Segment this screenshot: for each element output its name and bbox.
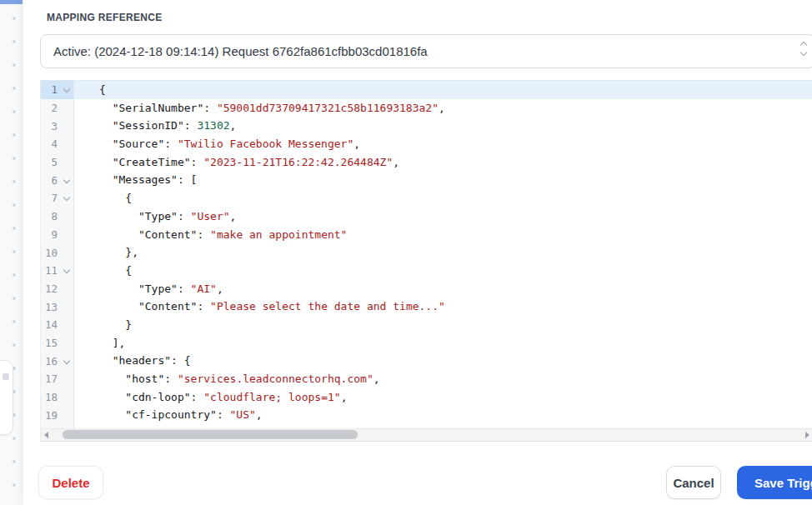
code-line-text: "cdn-loop": "cloudflare; loops=1", <box>74 388 812 407</box>
canvas-node-card[interactable] <box>0 360 13 435</box>
code-lines: 1{2 "SerialNumber": "59001dd73709417321c… <box>41 81 812 431</box>
code-line[interactable]: 8 "Type": "User", <box>41 208 812 226</box>
code-line[interactable]: 5 "CreateTime": "2023-11-21T16:22:42.264… <box>41 153 812 172</box>
gutter-cell: 4 <box>41 135 74 153</box>
code-line[interactable]: 15 ], <box>41 334 812 352</box>
gutter-cell: 9 <box>41 226 74 244</box>
code-line[interactable]: 1{ <box>41 81 812 99</box>
code-line[interactable]: 14 } <box>41 316 812 334</box>
code-line-text: "Source": "Twilio Facebook Messenger", <box>74 135 812 153</box>
code-line-text: } <box>74 316 812 334</box>
fold-arrow-icon[interactable] <box>63 267 69 273</box>
code-line[interactable]: 16 "headers": { <box>41 352 812 370</box>
line-number: 8 <box>41 210 58 222</box>
node-icon <box>3 373 9 380</box>
gutter-cell: 14 <box>41 316 74 334</box>
gutter-cell: 11 <box>41 262 74 280</box>
select-chevron-icon <box>799 42 808 55</box>
code-line[interactable]: 11 { <box>41 262 812 280</box>
h-scrollbar-thumb[interactable] <box>63 430 358 439</box>
gutter-cell: 3 <box>41 117 74 135</box>
gutter-cell: 15 <box>41 334 74 352</box>
gutter-cell: 5 <box>41 153 74 172</box>
code-line[interactable]: 2 "SerialNumber": "59001dd73709417321c58… <box>41 99 812 118</box>
fold-arrow-icon[interactable] <box>63 86 69 92</box>
line-number: 11 <box>41 264 58 277</box>
horizontal-scrollbar[interactable] <box>41 428 812 441</box>
code-line[interactable]: 6 "Messages": [ <box>41 171 812 189</box>
gutter-cell: 7 <box>41 189 74 208</box>
code-line-text: "host": "services.leadconnectorhq.com", <box>74 370 812 388</box>
code-line-text: "Content": "Please select the date and t… <box>74 298 812 316</box>
gutter-cell: 12 <box>41 280 74 298</box>
line-number: 1 <box>41 83 58 96</box>
code-line-text: "cf-ipcountry": "US", <box>74 406 812 424</box>
code-line[interactable]: 7 { <box>41 189 812 208</box>
cancel-button[interactable]: Cancel <box>666 466 721 499</box>
code-line-text: { <box>74 262 812 280</box>
code-line[interactable]: 3 "SessionID": 31302, <box>41 117 812 135</box>
line-number: 4 <box>41 138 58 150</box>
gutter-cell: 16 <box>41 352 74 370</box>
request-select-value: Active: (2024-12-18 09:14:14) Request 67… <box>53 44 428 58</box>
code-line-text: "Type": "User", <box>74 208 812 226</box>
gutter-cell: 1 <box>41 81 74 99</box>
code-line-text: "Content": "make an appointment" <box>74 226 812 244</box>
scroll-left-icon[interactable] <box>44 432 48 438</box>
code-line-text: "SessionID": 31302, <box>74 117 812 135</box>
code-line[interactable]: 4 "Source": "Twilio Facebook Messenger", <box>41 135 812 153</box>
gutter-cell: 13 <box>41 298 74 316</box>
code-line-text: { <box>74 81 812 99</box>
save-trigger-button[interactable]: Save Trigger <box>737 466 812 499</box>
request-select[interactable]: Active: (2024-12-18 09:14:14) Request 67… <box>40 34 812 68</box>
gutter-cell: 19 <box>41 406 74 424</box>
gutter-cell: 8 <box>41 208 74 226</box>
code-line[interactable]: 13 "Content": "Please select the date an… <box>41 298 812 316</box>
code-line-text: "headers": { <box>74 352 812 370</box>
line-number: 15 <box>41 337 58 349</box>
line-number: 16 <box>41 355 58 368</box>
code-line[interactable]: 10 }, <box>41 243 812 262</box>
code-line[interactable]: 9 "Content": "make an appointment" <box>41 226 812 244</box>
code-line-text: ], <box>74 334 812 352</box>
fold-arrow-icon[interactable] <box>63 177 69 183</box>
flow-canvas-backdrop <box>0 0 23 505</box>
delete-button[interactable]: Delete <box>38 466 103 499</box>
trigger-settings-panel: MAPPING REFERENCE Active: (2024-12-18 09… <box>23 0 812 505</box>
code-line[interactable]: 19 "cf-ipcountry": "US", <box>41 406 812 424</box>
line-number: 17 <box>41 372 58 385</box>
canvas-node-accent-bar <box>0 0 23 4</box>
code-line[interactable]: 17 "host": "services.leadconnectorhq.com… <box>41 370 812 388</box>
code-line[interactable]: 12 "Type": "AI", <box>41 280 812 298</box>
line-number: 9 <box>41 228 58 241</box>
line-number: 14 <box>41 318 58 331</box>
line-number: 12 <box>41 282 58 295</box>
code-line-text: "Messages": [ <box>74 171 812 189</box>
line-number: 2 <box>41 102 58 114</box>
code-line-text: "SerialNumber": "59001dd73709417321c58b1… <box>74 99 812 118</box>
gutter-cell: 6 <box>41 171 74 189</box>
line-number: 13 <box>41 301 58 313</box>
gutter-cell: 17 <box>41 370 74 388</box>
line-number: 6 <box>41 174 58 187</box>
line-number: 18 <box>41 391 58 403</box>
line-number: 3 <box>41 120 58 132</box>
code-line-text: { <box>74 189 812 208</box>
line-number: 19 <box>41 409 58 422</box>
gutter-cell: 18 <box>41 388 74 407</box>
json-code-editor[interactable]: 1{2 "SerialNumber": "59001dd73709417321c… <box>40 80 812 442</box>
fold-arrow-icon[interactable] <box>63 357 69 363</box>
code-line-text: "CreateTime": "2023-11-21T16:22:42.26448… <box>74 153 812 172</box>
fold-arrow-icon[interactable] <box>63 194 69 201</box>
scroll-right-icon[interactable] <box>805 432 809 438</box>
code-line[interactable]: 18 "cdn-loop": "cloudflare; loops=1", <box>41 388 812 407</box>
code-line-text: }, <box>74 243 812 262</box>
line-number: 5 <box>41 156 58 168</box>
line-number: 10 <box>41 247 58 259</box>
code-line-text: "Type": "AI", <box>74 280 812 298</box>
line-number: 7 <box>41 192 58 204</box>
mapping-reference-label: MAPPING REFERENCE <box>47 12 162 23</box>
gutter-cell: 2 <box>41 99 74 118</box>
gutter-cell: 10 <box>41 243 74 262</box>
